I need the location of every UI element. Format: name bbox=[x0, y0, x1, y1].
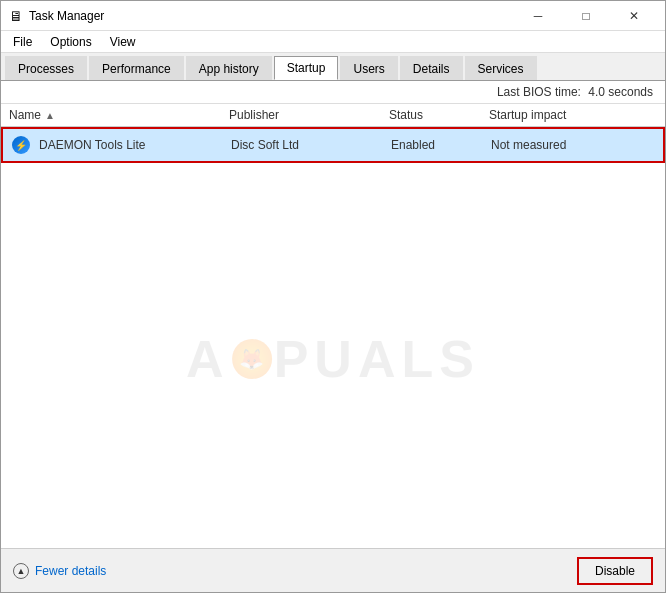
title-bar-left: 🖥 Task Manager bbox=[9, 8, 104, 24]
row-status-value: Enabled bbox=[391, 138, 435, 152]
tab-details[interactable]: Details bbox=[400, 56, 463, 80]
tab-services[interactable]: Services bbox=[465, 56, 537, 80]
fewer-details-button[interactable]: ▲ Fewer details bbox=[13, 563, 106, 579]
bios-info: Last BIOS time: 4.0 seconds bbox=[1, 81, 665, 104]
col-header-status[interactable]: Status bbox=[381, 108, 481, 122]
maximize-button[interactable]: □ bbox=[563, 1, 609, 31]
menu-options[interactable]: Options bbox=[42, 32, 99, 52]
title-bar: 🖥 Task Manager ─ □ ✕ bbox=[1, 1, 665, 31]
mascot-icon: 🦊 bbox=[232, 339, 272, 379]
table-row[interactable]: ⚡ DAEMON Tools Lite Disc Soft Ltd Enable… bbox=[1, 127, 665, 163]
table-header: Name ▲ Publisher Status Startup impact bbox=[1, 104, 665, 127]
watermark-text2: PUALS bbox=[274, 329, 480, 389]
tab-performance[interactable]: Performance bbox=[89, 56, 184, 80]
table-body: A 🦊 PUALS ⚡ DAEMON Tools Lite Disc Soft … bbox=[1, 127, 665, 548]
row-name-cell: ⚡ DAEMON Tools Lite bbox=[3, 135, 223, 155]
row-impact-value: Not measured bbox=[491, 138, 566, 152]
watermark: A 🦊 PUALS bbox=[186, 329, 480, 389]
menu-bar: File Options View bbox=[1, 31, 665, 53]
content-area: Last BIOS time: 4.0 seconds Name ▲ Publi… bbox=[1, 81, 665, 548]
window-title: Task Manager bbox=[29, 9, 104, 23]
footer: ▲ Fewer details Disable bbox=[1, 548, 665, 592]
menu-file[interactable]: File bbox=[5, 32, 40, 52]
tab-startup[interactable]: Startup bbox=[274, 56, 339, 80]
col-header-publisher[interactable]: Publisher bbox=[221, 108, 381, 122]
row-publisher-cell: Disc Soft Ltd bbox=[223, 138, 383, 152]
tab-users[interactable]: Users bbox=[340, 56, 397, 80]
title-buttons: ─ □ ✕ bbox=[515, 1, 657, 31]
col-header-impact[interactable]: Startup impact bbox=[481, 108, 665, 122]
bios-value: 4.0 seconds bbox=[588, 85, 653, 99]
daemon-tools-icon: ⚡ bbox=[11, 135, 31, 155]
close-button[interactable]: ✕ bbox=[611, 1, 657, 31]
disable-button[interactable]: Disable bbox=[577, 557, 653, 585]
tab-app-history[interactable]: App history bbox=[186, 56, 272, 80]
window-icon: 🖥 bbox=[9, 8, 23, 24]
chevron-up-icon: ▲ bbox=[13, 563, 29, 579]
task-manager-window: 🖥 Task Manager ─ □ ✕ File Options View P… bbox=[0, 0, 666, 593]
tab-processes[interactable]: Processes bbox=[5, 56, 87, 80]
minimize-button[interactable]: ─ bbox=[515, 1, 561, 31]
row-publisher-value: Disc Soft Ltd bbox=[231, 138, 299, 152]
row-name-value: DAEMON Tools Lite bbox=[39, 138, 145, 152]
col-header-name[interactable]: Name ▲ bbox=[1, 108, 221, 122]
row-status-cell: Enabled bbox=[383, 138, 483, 152]
row-impact-cell: Not measured bbox=[483, 138, 663, 152]
menu-view[interactable]: View bbox=[102, 32, 144, 52]
tab-bar: Processes Performance App history Startu… bbox=[1, 53, 665, 81]
fewer-details-label: Fewer details bbox=[35, 564, 106, 578]
bios-label: Last BIOS time: bbox=[497, 85, 581, 99]
watermark-text: A bbox=[186, 329, 230, 389]
sort-arrow-name: ▲ bbox=[45, 110, 55, 121]
